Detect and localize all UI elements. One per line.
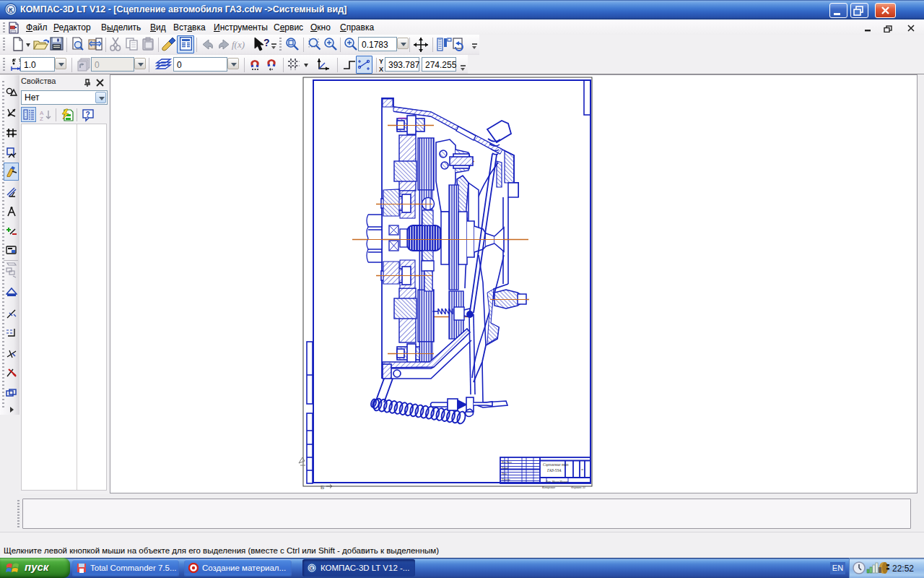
svg-text:Копировал: Копировал bbox=[541, 486, 555, 489]
svg-text:?: ? bbox=[263, 37, 270, 48]
svg-text:Пров: Пров bbox=[501, 473, 507, 475]
svg-text:Разраб: Разраб bbox=[501, 467, 509, 470]
svg-text:Б: Б bbox=[321, 484, 324, 491]
svg-text:ГАЗ-53А: ГАЗ-53А bbox=[546, 468, 562, 473]
svg-text:Лит. Масса Масшт.: Лит. Масса Масшт. bbox=[545, 480, 569, 483]
svg-text:Z: Z bbox=[40, 116, 43, 121]
svg-text:X: X bbox=[379, 66, 383, 73]
svg-text:К: К bbox=[9, 7, 13, 14]
svg-text:Н.контр: Н.контр bbox=[501, 478, 510, 481]
svg-text:Сцепление тип: Сцепление тип bbox=[543, 462, 569, 467]
svg-text:Изм Лист: Изм Лист bbox=[501, 461, 512, 464]
svg-text:?: ? bbox=[86, 111, 90, 118]
svg-text:м: м bbox=[580, 467, 583, 471]
svg-text:Формат А1: Формат А1 bbox=[571, 486, 585, 489]
svg-text:Y: Y bbox=[379, 58, 383, 65]
svg-text:К: К bbox=[310, 566, 314, 571]
